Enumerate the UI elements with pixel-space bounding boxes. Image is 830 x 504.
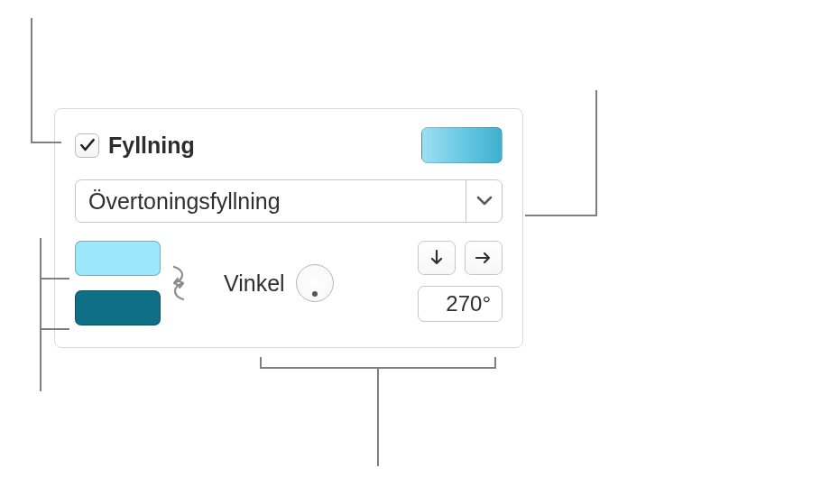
angle-label: Vinkel <box>224 270 285 297</box>
angle-input[interactable] <box>418 286 503 322</box>
fill-header-row: Fyllning <box>75 127 503 163</box>
callout-line <box>31 18 32 142</box>
direction-down-button[interactable] <box>418 241 456 275</box>
fill-checkbox[interactable] <box>75 133 99 158</box>
callout-line <box>494 357 496 368</box>
direction-right-button[interactable] <box>465 241 503 275</box>
swap-icon <box>169 258 189 308</box>
angle-group: Vinkel <box>224 264 334 302</box>
dropdown-arrow-zone <box>466 180 502 222</box>
gradient-controls-row: Vinkel <box>75 241 503 325</box>
angle-dial-indicator <box>312 291 318 297</box>
arrow-down-icon <box>429 249 444 267</box>
callout-line <box>525 215 597 216</box>
chevron-down-icon <box>476 196 493 206</box>
angle-right-controls <box>418 241 503 322</box>
fill-panel: Fyllning Övertoningsfyllning V <box>54 108 523 348</box>
callout-line <box>40 238 42 391</box>
fill-preview-swatch[interactable] <box>421 127 503 163</box>
arrow-right-icon <box>475 251 493 265</box>
callout-line <box>595 90 597 216</box>
swap-colors-button[interactable] <box>168 260 189 307</box>
gradient-color-stack <box>75 241 161 325</box>
callout-line <box>40 328 69 330</box>
gradient-color-b[interactable] <box>75 290 161 325</box>
fill-type-dropdown[interactable]: Övertoningsfyllning <box>75 179 503 223</box>
fill-label: Fyllning <box>108 133 195 159</box>
fill-type-selected: Övertoningsfyllning <box>76 180 466 222</box>
callout-line <box>377 367 379 466</box>
gradient-color-a[interactable] <box>75 241 161 276</box>
callout-line <box>260 357 262 368</box>
angle-dial[interactable] <box>296 264 334 302</box>
direction-buttons <box>418 241 503 275</box>
callout-line <box>31 142 61 143</box>
check-icon <box>78 136 97 154</box>
fill-toggle-group: Fyllning <box>75 133 195 159</box>
callout-line <box>40 278 69 279</box>
gradient-color-pair <box>75 241 189 325</box>
